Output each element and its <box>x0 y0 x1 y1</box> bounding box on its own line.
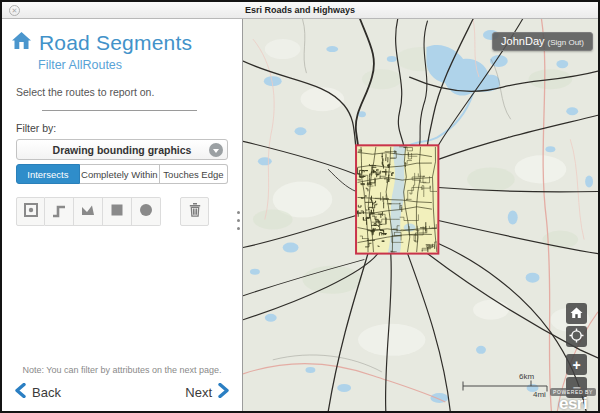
chevron-left-icon <box>15 383 26 401</box>
back-button[interactable]: Back <box>15 383 61 401</box>
esri-logo-text: esri <box>550 396 596 411</box>
bounding-graphic[interactable] <box>356 145 438 253</box>
scale-mi-label: 4mi <box>533 390 546 399</box>
draw-rectangle-tool[interactable] <box>103 197 132 226</box>
map-navigation-controls: + − <box>566 303 587 398</box>
draw-toolbar <box>16 197 242 226</box>
report-panel: Road Segments Filter AllRoutes Select th… <box>2 19 242 411</box>
draw-circle-tool[interactable] <box>132 197 161 226</box>
app-window: ✕ Esri Roads and Highways Road Segments … <box>0 0 600 413</box>
locate-button[interactable] <box>566 326 587 347</box>
page-title: Road Segments <box>39 31 192 55</box>
next-label: Next <box>185 385 212 400</box>
draw-polygon-icon <box>80 202 96 222</box>
panel-resize-handle[interactable] <box>237 211 240 230</box>
instruction-text: Select the routes to report on. <box>16 86 242 98</box>
draw-circle-icon <box>138 202 154 222</box>
window-title: Esri Roads and Highways <box>245 5 355 15</box>
spatial-relation-segmented-control: Intersects Completely Within Touches Edg… <box>16 164 228 184</box>
draw-line-icon <box>51 202 67 222</box>
draw-polygon-tool[interactable] <box>74 197 103 226</box>
map-canvas[interactable]: JohnDay(Sign Out) + <box>242 19 598 411</box>
page-subtitle: Filter AllRoutes <box>38 58 242 72</box>
scale-bar: 6km 4mi <box>461 371 553 399</box>
next-button[interactable]: Next <box>185 383 229 401</box>
draw-point-tool[interactable] <box>16 197 45 226</box>
note-text: Note: You can filter by attributes on th… <box>2 365 242 375</box>
close-icon[interactable]: ✕ <box>9 5 20 16</box>
filter-by-label: Filter by: <box>16 122 242 134</box>
draw-line-tool[interactable] <box>45 197 74 226</box>
panel-header: Road Segments <box>2 31 242 55</box>
basemap <box>243 19 598 411</box>
home-extent-button[interactable] <box>566 303 587 324</box>
segment-completely-within[interactable]: Completely Within <box>80 164 160 184</box>
filter-method-dropdown[interactable]: Drawing bounding graphics <box>16 139 228 160</box>
user-name: JohnDay <box>501 35 544 47</box>
esri-attribution: POWERED BY esri <box>550 388 596 411</box>
wizard-footer: Back Next <box>2 383 242 411</box>
trash-icon <box>187 202 203 222</box>
segment-intersects[interactable]: Intersects <box>16 164 80 184</box>
delete-graphics-tool[interactable] <box>180 197 209 226</box>
back-label: Back <box>32 385 61 400</box>
user-sign-out-button[interactable]: JohnDay(Sign Out) <box>492 32 593 51</box>
locate-icon <box>569 328 584 345</box>
draw-point-icon <box>23 202 39 222</box>
divider <box>42 110 197 111</box>
title-bar: ✕ Esri Roads and Highways <box>2 2 598 19</box>
zoom-in-button[interactable]: + <box>566 354 587 375</box>
home-icon <box>10 31 33 55</box>
sign-out-label: (Sign Out) <box>548 38 584 47</box>
home-icon <box>570 307 583 321</box>
chevron-right-icon <box>218 383 229 401</box>
chevron-down-icon[interactable] <box>209 143 223 157</box>
scale-km-label: 6km <box>519 372 534 381</box>
dropdown-value: Drawing bounding graphics <box>53 144 192 156</box>
draw-rectangle-icon <box>109 202 125 222</box>
segment-touches-edge[interactable]: Touches Edge <box>160 164 228 184</box>
